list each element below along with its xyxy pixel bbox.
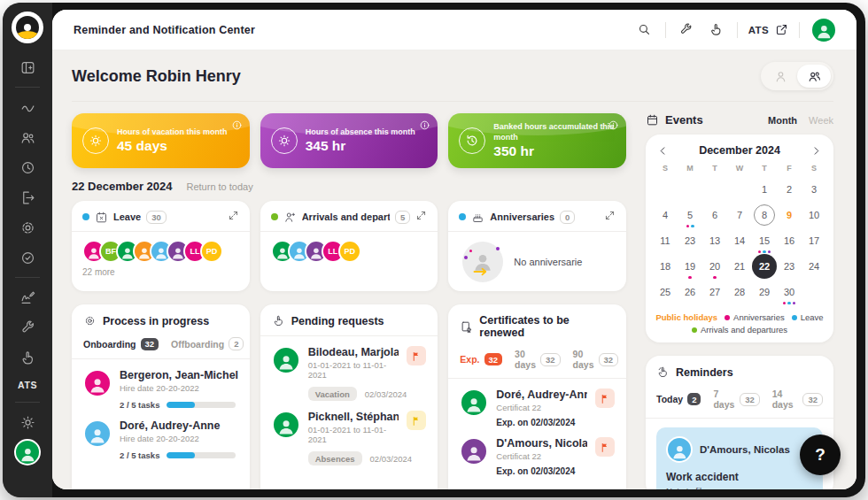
certificate-item[interactable]: D'Amours, Nicolas Certificat 22 Exp. on … [460,437,615,476]
flag-icon[interactable] [595,437,615,457]
calendar-day[interactable]: 4 [653,204,678,227]
events-title: Events [665,113,703,127]
calendar-day[interactable]: 28 [727,281,752,304]
sidebar-item-leave-icon[interactable] [17,187,38,208]
tab-30-days[interactable]: 30 days 32 [515,349,561,370]
expand-icon[interactable] [415,209,427,225]
calendar-day[interactable]: 27 [702,281,727,304]
tab-7-days[interactable]: 7 days 32 [713,388,759,410]
view-month-button[interactable]: Month [768,115,797,126]
calendar-day[interactable]: 5 [678,204,702,227]
calendar-day[interactable]: 15 [752,229,777,252]
calendar-day[interactable]: 1 [752,178,777,201]
pending-requests-card: Pending requests Bilodeau, Marjolaine 01… [260,304,438,489]
history-clock-icon [459,127,485,154]
calendar-day[interactable]: 9 [777,204,802,227]
calendar-day[interactable]: 13 [702,229,727,252]
tab-onboarding[interactable]: Onboarding 32 [83,338,159,350]
prev-month-icon[interactable] [658,146,668,156]
pending-request-item[interactable]: Picknell, Stéphanie 01-01-2021 to 11-01-… [272,411,427,465]
tab-90-days[interactable]: 90 days 32 [573,349,619,370]
calendar-day[interactable]: 10 [802,204,826,227]
process-in-progress-card: Process in progress Onboarding 32 Offboa… [72,304,250,489]
calendar-day[interactable]: 16 [777,229,802,252]
tab-today[interactable]: Today 2 [656,393,701,405]
calendar-day[interactable]: 17 [802,229,826,252]
flag-icon[interactable] [407,411,426,430]
single-user-view-button[interactable] [763,65,797,88]
calendar-day[interactable]: 8 [752,204,777,227]
avatar [272,411,300,465]
collapse-sidebar-icon[interactable] [17,57,38,78]
sidebar-item-benefits-icon[interactable] [17,217,38,238]
search-icon[interactable] [635,20,655,40]
calendar-day[interactable]: 3 [802,178,826,201]
wrench-icon[interactable] [677,20,696,40]
calendar-day[interactable]: 23 [777,255,802,278]
sidebar-user-avatar[interactable] [14,439,41,465]
calendar-day[interactable]: 23 [678,229,702,252]
sidebar-item-people-icon[interactable] [17,127,38,148]
calendar-day[interactable]: 7 [727,204,752,227]
sidebar-item-signature-icon[interactable] [17,287,38,308]
expiry-date: Exp. on 02/03/2024 [496,418,587,427]
calendar-day[interactable]: 26 [678,281,702,304]
calendar-day[interactable]: 25 [653,281,678,304]
sidebar-item-tasks-icon[interactable] [17,247,38,268]
calendar-day[interactable]: 24 [802,255,826,278]
calendar-day[interactable]: 19 [678,255,702,278]
calendar-day[interactable]: 29 [752,281,777,304]
sidebar-item-clock-icon[interactable] [17,157,38,178]
certificate-item[interactable]: Doré, Audrey-Anne Certificat 22 Exp. on … [460,388,615,427]
stat-card-banked-hours[interactable]: Banked hours accumulated this month 350 … [448,113,626,168]
expand-icon[interactable] [604,209,616,225]
calendar-day[interactable]: 11 [653,229,678,252]
people-icon [807,69,822,84]
stat-card-vacation[interactable]: Hours of vacation this month 45 days [72,113,250,168]
card-title: Process in progress [103,315,209,327]
calendar-day[interactable]: 14 [727,229,752,252]
team-view-button[interactable] [797,65,831,88]
info-icon[interactable] [608,119,619,130]
arrivals-avatars[interactable]: LLPD [271,240,428,263]
tab-expired[interactable]: Exp. 32 [460,353,502,365]
app-logo[interactable] [12,12,43,43]
calendar-day[interactable]: 30 [777,281,802,304]
sidebar-item-settings-icon[interactable] [17,412,38,433]
sidebar-item-tools-icon[interactable] [17,317,38,338]
expand-icon[interactable] [228,209,239,225]
help-button[interactable]: ? [800,435,841,475]
topbar-divider [799,22,800,38]
flag-icon[interactable] [595,388,615,408]
arrivals-dot [271,213,278,220]
next-month-icon[interactable] [811,146,821,156]
calendar-day[interactable]: 21 [727,255,752,278]
calendar-day[interactable]: 22 [752,255,777,278]
calendar-day[interactable]: 20 [702,255,727,278]
sidebar-item-requests-icon[interactable] [17,347,38,368]
process-item[interactable]: Doré, Audrey-Anne Hire date 20-20-2022 2… [83,419,238,460]
employee-name: D'Amours, Nicolas [700,444,790,455]
view-week-button[interactable]: Week [809,115,833,126]
more-count[interactable]: 22 more [82,267,239,277]
pending-request-item[interactable]: Bilodeau, Marjolaine 01-01-2021 to 11-01… [272,346,427,401]
topbar-user-avatar[interactable] [810,17,837,43]
tab-offboarding[interactable]: Offboarding 2 [171,337,244,350]
stat-card-absence[interactable]: Hours of absence this month 345 hr [260,113,438,168]
calendar-day[interactable]: 2 [777,178,802,201]
calendar-day[interactable]: 6 [702,204,727,227]
flag-icon[interactable] [407,346,426,365]
process-item[interactable]: Bergeron, Jean-Michel Hire date 20-20-20… [83,369,238,410]
sidebar-item-activity-icon[interactable] [17,96,38,118]
hand-pointer-icon[interactable] [707,20,726,40]
info-icon[interactable] [419,119,430,130]
return-to-today-link[interactable]: Return to today [186,181,252,192]
calendar-day[interactable]: 18 [653,255,678,278]
tab-label: 90 days [573,349,594,370]
reminder-item[interactable]: D'Amours, Nicolas Work accident Note to … [656,427,823,489]
info-icon[interactable] [231,119,243,130]
tab-14-days[interactable]: 14 days 32 [772,388,823,410]
sidebar-item-ats[interactable]: ATS [18,380,37,390]
leave-avatars[interactable]: BFLLPD [82,240,239,263]
ats-link[interactable]: ATS [748,23,788,36]
